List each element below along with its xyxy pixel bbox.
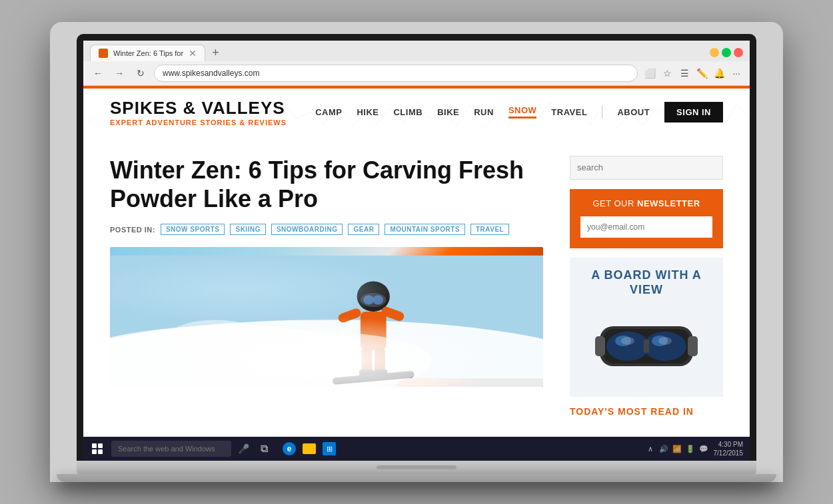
task-view-button[interactable]: ⧉ bbox=[256, 441, 272, 457]
battery-icon[interactable]: 🔋 bbox=[686, 444, 695, 453]
close-button[interactable] bbox=[734, 48, 743, 57]
svg-rect-14 bbox=[359, 370, 373, 377]
win-logo-sq-4 bbox=[98, 449, 103, 454]
store-icon[interactable]: ⊞ bbox=[321, 441, 337, 457]
nav-item-bike[interactable]: BIKE bbox=[437, 107, 459, 117]
nav-item-camp[interactable]: CAMP bbox=[315, 107, 342, 117]
win-logo-sq-1 bbox=[92, 443, 97, 448]
notification-icon[interactable]: 💬 bbox=[699, 444, 708, 453]
microphone-icon[interactable]: 🎤 bbox=[238, 443, 249, 454]
most-read-label: TODAY'S MOST READ IN bbox=[570, 406, 723, 417]
nav-item-snow[interactable]: SNOW bbox=[508, 105, 536, 119]
svg-point-20 bbox=[606, 332, 649, 361]
tag-gear[interactable]: GEAR bbox=[348, 224, 379, 235]
nav-divider bbox=[602, 105, 602, 119]
posted-in-label: POSTED IN: bbox=[110, 226, 155, 234]
newsletter-prefix: GET OUR bbox=[592, 198, 637, 208]
browser-chrome: Winter Zen: 6 Tips for ✕ + ← → ↻ ⬜ bbox=[83, 41, 750, 86]
taskbar-search-input[interactable] bbox=[111, 441, 231, 457]
ad-title: A BOARD WITH A VIEW bbox=[580, 268, 712, 297]
taskbar: 🎤 ⧉ e ⊞ ∧ 🔊 📶 🔋 💬 bbox=[83, 437, 750, 461]
edge-icon[interactable]: e bbox=[281, 441, 297, 457]
tab-close-button[interactable]: ✕ bbox=[189, 49, 197, 58]
hub-icon[interactable]: ☰ bbox=[678, 67, 691, 80]
new-tab-button[interactable]: + bbox=[209, 46, 222, 60]
nav-item-run[interactable]: RUN bbox=[474, 107, 494, 117]
newsletter-email-input[interactable] bbox=[579, 215, 714, 239]
ad-goggles-image bbox=[593, 306, 700, 386]
svg-point-17 bbox=[198, 332, 432, 387]
newsletter-bold: NEWSLETTER bbox=[637, 198, 700, 208]
win-logo-sq-3 bbox=[92, 449, 97, 454]
reading-view-icon[interactable]: ⬜ bbox=[643, 67, 656, 80]
article-image-svg bbox=[110, 247, 543, 387]
main-navigation: CAMP HIKE CLIMB BIKE RUN SNOW TRAVEL ABO… bbox=[315, 102, 723, 123]
svg-rect-9 bbox=[361, 312, 387, 350]
start-button[interactable] bbox=[90, 441, 105, 456]
svg-point-1 bbox=[110, 320, 543, 387]
edge-logo: e bbox=[283, 442, 296, 455]
refresh-button[interactable]: ↻ bbox=[133, 65, 149, 81]
back-button[interactable]: ← bbox=[90, 65, 106, 81]
article-title: Winter Zen: 6 Tips for Carving Fresh Pow… bbox=[110, 156, 543, 213]
site-logo[interactable]: SPIKES & VALLEYS bbox=[110, 98, 287, 119]
taskbar-right: ∧ 🔊 📶 🔋 💬 4:30 PM 7/12/2015 bbox=[646, 440, 744, 457]
tag-travel[interactable]: TRAVEL bbox=[470, 224, 509, 235]
notes-icon[interactable]: ✏️ bbox=[695, 67, 708, 80]
svg-rect-12 bbox=[362, 348, 373, 372]
main-content: Winter Zen: 6 Tips for Carving Fresh Pow… bbox=[110, 156, 570, 417]
system-clock: 4:30 PM 7/12/2015 bbox=[714, 440, 744, 457]
svg-rect-26 bbox=[595, 336, 605, 356]
windows-logo bbox=[92, 443, 103, 454]
system-tray-icons: ∧ 🔊 📶 🔋 💬 bbox=[646, 444, 708, 453]
laptop-base bbox=[77, 461, 756, 474]
toolbar-actions: ⬜ ☆ ☰ ✏️ 🔔 ··· bbox=[643, 67, 743, 80]
svg-rect-11 bbox=[380, 306, 405, 322]
svg-rect-25 bbox=[688, 336, 698, 356]
network-icon[interactable]: 📶 bbox=[672, 444, 682, 453]
logo-area: SPIKES & VALLEYS EXPERT ADVENTURE STORIE… bbox=[110, 98, 287, 126]
window-controls bbox=[710, 48, 743, 57]
tag-mountain-sports[interactable]: MOUNTAIN SPORTS bbox=[385, 224, 465, 235]
site-tagline: EXPERT ADVENTURE STORIES & REVIEWS bbox=[110, 119, 287, 126]
content-area: Winter Zen: 6 Tips for Carving Fresh Pow… bbox=[83, 136, 750, 437]
nav-item-travel[interactable]: TRAVEL bbox=[551, 107, 587, 117]
win-logo-sq-2 bbox=[98, 443, 103, 448]
svg-point-8 bbox=[373, 296, 383, 305]
tag-snow-sports[interactable]: SNOW SPORTS bbox=[161, 224, 225, 235]
svg-point-28 bbox=[658, 337, 672, 345]
maximize-button[interactable] bbox=[722, 48, 731, 57]
svg-point-2 bbox=[110, 326, 403, 387]
favorites-icon[interactable]: ☆ bbox=[660, 67, 674, 80]
store-logo: ⊞ bbox=[323, 442, 336, 455]
svg-rect-13 bbox=[375, 348, 385, 372]
website-content: SPIKES & VALLEYS EXPERT ADVENTURE STORIE… bbox=[83, 86, 750, 437]
minimize-button[interactable] bbox=[710, 48, 719, 57]
nav-item-about[interactable]: ABOUT bbox=[617, 107, 650, 117]
svg-point-5 bbox=[357, 282, 390, 312]
folder-icon[interactable] bbox=[301, 441, 317, 457]
tag-snowboarding[interactable]: SNOWBOARDING bbox=[271, 224, 343, 235]
ad-widget[interactable]: A BOARD WITH A VIEW bbox=[570, 258, 723, 397]
share-icon[interactable]: 🔔 bbox=[712, 67, 726, 80]
search-input[interactable] bbox=[570, 156, 723, 180]
browser-tab[interactable]: Winter Zen: 6 Tips for ✕ bbox=[90, 45, 205, 61]
forward-button[interactable]: → bbox=[111, 65, 127, 81]
svg-rect-24 bbox=[644, 340, 649, 353]
taskbar-app-icons: e ⊞ bbox=[281, 441, 337, 457]
camera-notch bbox=[377, 465, 456, 469]
volume-icon[interactable]: 🔊 bbox=[659, 444, 668, 453]
clock-date: 7/12/2015 bbox=[714, 449, 744, 457]
nav-item-climb[interactable]: CLIMB bbox=[393, 107, 422, 117]
svg-rect-10 bbox=[337, 308, 363, 324]
more-icon[interactable]: ··· bbox=[730, 67, 743, 80]
caret-up-icon[interactable]: ∧ bbox=[646, 444, 655, 453]
address-bar[interactable] bbox=[154, 65, 638, 82]
newsletter-title: GET OUR NEWSLETTER bbox=[579, 198, 714, 208]
tag-skiing[interactable]: SKIING bbox=[230, 224, 265, 235]
posted-in-section: POSTED IN: SNOW SPORTS SKIING SNOWBOARDI… bbox=[110, 224, 543, 235]
svg-point-3 bbox=[186, 326, 327, 372]
browser-titlebar: Winter Zen: 6 Tips for ✕ + bbox=[83, 41, 750, 61]
nav-item-hike[interactable]: HIKE bbox=[357, 107, 379, 117]
sign-in-button[interactable]: SIGN IN bbox=[664, 102, 723, 123]
